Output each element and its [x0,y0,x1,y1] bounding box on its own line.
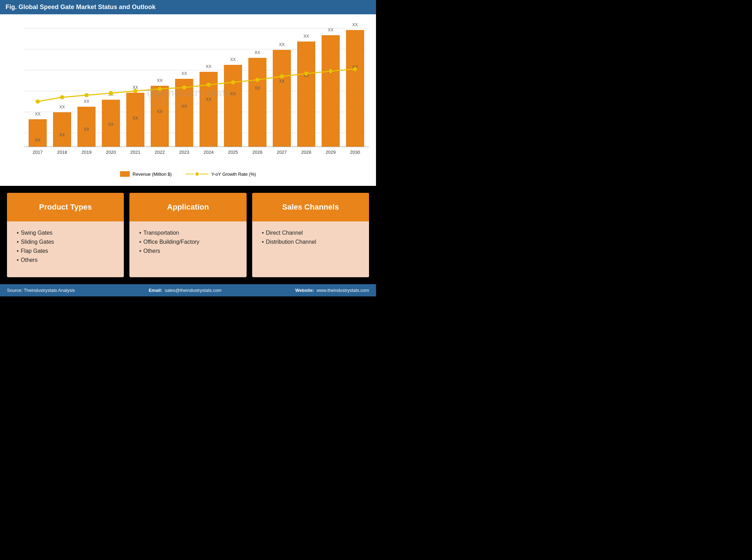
label-2027-bot: XX [279,79,285,84]
application-list: Transportation Office Building/Factory O… [139,230,236,254]
legend-growth-label: Y-oY Growth Rate (%) [211,172,256,177]
label-2024-top: XX [206,64,211,69]
label-2023-top: XX [181,71,187,76]
xlabel-2020: 2020 [106,150,116,155]
footer: Source: Theindustrystats Analysis Email:… [0,284,376,296]
dot-2019 [84,93,89,97]
chart-area: XX XX XX XX XX XX XX XX XX XX XX XX XX [0,14,376,186]
xlabel-2024: 2024 [204,150,214,155]
xlabel-2022: 2022 [155,150,165,155]
main-container: Fig. Global Speed Gate Market Status and… [0,0,376,296]
label-2018-bot: XX [59,133,65,137]
footer-website: Website: www.theindustrystats.com [295,288,369,293]
dot-2028 [304,71,308,76]
xlabel-2021: 2021 [130,150,141,155]
xlabel-2027: 2027 [277,150,287,155]
label-2029-top: XX [328,28,333,32]
label-2027-top: XX [279,42,285,47]
bar-2018 [53,112,71,147]
label-2017-top: XX [35,112,40,116]
bar-2017 [29,119,47,147]
label-2026-bot: XX [255,86,260,91]
footer-source: Source: Theindustrystats Analysis [7,288,75,293]
legend-bar-swatch [120,171,130,177]
footer-email-label: Email: [149,288,162,293]
label-2022-bot: XX [157,109,163,114]
footer-website-value: www.theindustrystats.com [317,288,369,293]
label-2022-top: XX [157,78,163,83]
list-item: Swing Gates [17,230,114,236]
label-2028-top: XX [303,34,309,39]
label-2018-top: XX [59,105,65,109]
xlabel-2019: 2019 [82,150,92,155]
label-2021-bot: XX [133,116,138,121]
dot-2029 [329,69,333,73]
list-item: Office Building/Factory [139,239,236,245]
label-2026-top: XX [255,50,260,55]
list-item: Flap Gates [17,248,114,254]
xlabel-2028: 2028 [301,150,311,155]
card-sales-channels-title: Sales Channels [282,203,339,211]
card-product-types-body: Swing Gates Sliding Gates Flap Gates Oth… [7,221,124,277]
xlabel-2018: 2018 [57,150,67,155]
label-2025-top: XX [230,57,236,62]
xlabel-2025: 2025 [228,150,238,155]
legend-line-swatch [186,172,209,176]
dot-2017 [36,99,40,104]
dot-2026 [255,78,260,82]
list-item: Others [139,248,236,254]
card-sales-channels: Sales Channels Direct Channel Distributi… [252,193,369,277]
label-2019-top: XX [84,99,89,104]
xlabel-2029: 2029 [326,150,336,155]
chart-header: Fig. Global Speed Gate Market Status and… [0,0,376,14]
bar-2030 [346,30,364,147]
dot-2027 [280,74,284,78]
watermark-sub: market research [161,101,215,106]
dot-2018 [60,95,64,99]
legend-line-seg1 [186,174,194,174]
card-application-header: Application [129,193,246,221]
legend-line-seg2 [200,174,209,174]
dot-2030 [353,67,357,71]
chart-legend: Revenue (Million $) Y-oY Growth Rate (%) [7,168,369,182]
chart-svg-container: XX XX XX XX XX XX XX XX XX XX XX XX XX [7,21,369,168]
bar-2029 [322,35,340,147]
footer-website-label: Website: [295,288,314,293]
dot-2025 [231,80,235,84]
xlabel-2026: 2026 [253,150,263,155]
card-sales-channels-header: Sales Channels [252,193,369,221]
card-application-body: Transportation Office Building/Factory O… [129,221,246,277]
card-product-types: Product Types Swing Gates Sliding Gates … [7,193,124,277]
list-item: Sliding Gates [17,239,114,245]
product-types-list: Swing Gates Sliding Gates Flap Gates Oth… [17,230,114,263]
label-2019-bot: XX [84,127,89,132]
bar-2026 [248,58,266,147]
legend-line-dot [195,172,199,176]
bar-2028 [297,41,315,147]
footer-email: Email: sales@theindustrystats.com [149,288,221,293]
watermark-gear-inner [153,94,160,101]
label-2020-bot: XX [108,122,114,127]
list-item: Others [17,257,114,263]
dot-2024 [206,83,211,87]
list-item: Direct Channel [262,230,359,236]
bar-2027 [273,50,291,147]
legend-growth: Y-oY Growth Rate (%) [186,171,256,177]
dot-2020 [109,91,113,95]
legend-revenue: Revenue (Million $) [120,171,172,177]
bar-2025 [224,65,242,147]
chart-title: Fig. Global Speed Gate Market Status and… [6,3,156,10]
xlabel-2023: 2023 [179,150,189,155]
xlabel-2030: 2030 [350,150,360,155]
label-2030-top: XX [352,22,358,27]
dot-2021 [133,89,137,93]
xlabel-2017: 2017 [33,150,43,155]
label-2025-bot: XX [230,91,236,96]
card-product-types-title: Product Types [39,203,92,211]
sales-channels-list: Direct Channel Distribution Channel [262,230,359,245]
card-product-types-header: Product Types [7,193,124,221]
footer-email-value: sales@theindustrystats.com [165,288,221,293]
label-2017-bot: XX [35,138,40,143]
card-sales-channels-body: Direct Channel Distribution Channel [252,221,369,277]
list-item: Transportation [139,230,236,236]
